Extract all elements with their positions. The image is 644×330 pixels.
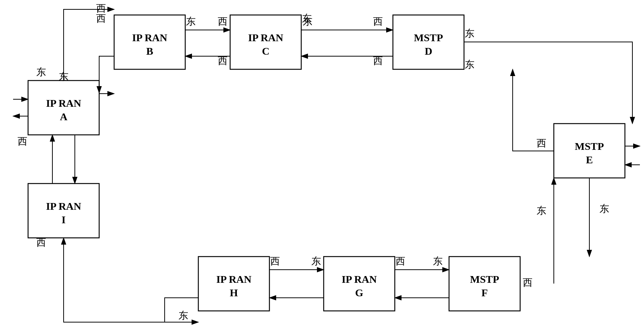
node-E-sublabel: E xyxy=(586,154,593,166)
label-E-west: 西 xyxy=(537,138,546,149)
node-F-sublabel: F xyxy=(481,287,488,299)
label-H-east-bottom: 东 xyxy=(178,310,188,321)
label-D-east-return: 东 xyxy=(465,59,474,70)
label-top-A-dong: 东 xyxy=(36,67,46,78)
label-D-east: 东 xyxy=(465,28,474,39)
label-top-B-xi: 西 xyxy=(96,3,106,14)
node-G-sublabel: G xyxy=(355,287,363,299)
node-H-sublabel: H xyxy=(230,287,238,299)
label-A-west-bottom: 西 xyxy=(18,136,27,147)
label-F-east: 西 xyxy=(523,277,532,288)
label-G-west: 东 xyxy=(311,256,321,267)
label-C-west-top: 西 xyxy=(218,16,228,27)
node-B-sublabel: B xyxy=(146,45,153,57)
label-D-west-ret: 西 xyxy=(373,55,383,66)
node-D-label: MSTP xyxy=(414,32,443,43)
node-E-label: MSTP xyxy=(575,140,604,152)
label-I-west-bottom: 西 xyxy=(36,237,46,248)
label-E-east-label: 东 xyxy=(537,205,546,216)
node-B-label: IP RAN xyxy=(132,32,167,43)
label-D-west: 西 xyxy=(373,16,383,27)
label-G-east: 西 xyxy=(396,256,405,267)
node-C-sublabel: C xyxy=(262,45,269,57)
label-E-east-bottom: 东 xyxy=(599,203,609,214)
node-F-label: MSTP xyxy=(470,273,499,285)
node-I-sublabel: I xyxy=(62,214,66,225)
node-A-label: IP RAN xyxy=(46,97,81,109)
node-D-sublabel: D xyxy=(425,45,432,57)
node-H-label: IP RAN xyxy=(216,273,251,285)
label-B-east: 东 xyxy=(186,16,196,27)
node-G-label: IP RAN xyxy=(342,273,377,285)
label-F-west: 东 xyxy=(433,256,443,267)
label-B-west: 西 xyxy=(96,13,106,24)
label-C-west-ret: 西 xyxy=(218,55,228,66)
label-H-east: 西 xyxy=(270,256,280,267)
node-C-label: IP RAN xyxy=(248,32,283,43)
node-I-label: IP RAN xyxy=(46,200,81,212)
node-A-sublabel: A xyxy=(60,111,68,122)
label-C-east-top: 东 xyxy=(302,13,312,24)
